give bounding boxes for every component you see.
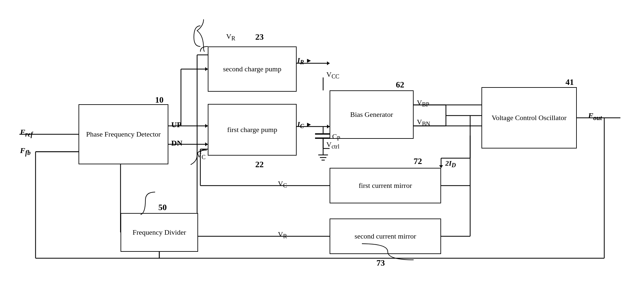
curly-50 <box>139 190 165 216</box>
svg-marker-3 <box>205 124 208 128</box>
dn-label: DN <box>171 139 183 148</box>
svg-marker-10 <box>327 61 330 65</box>
curly-73 <box>355 242 420 265</box>
fref-label: Fref <box>20 128 33 138</box>
vr-mirror-label: VR <box>278 230 287 240</box>
vctrl-label: Vctrl <box>326 140 339 150</box>
vbp-label: VBP <box>417 98 429 108</box>
vcc-label: VCC <box>326 70 339 80</box>
first-charge-pump-label: first charge pump <box>227 126 277 134</box>
second-charge-pump-block: second charge pump <box>208 46 297 92</box>
first-current-mirror-label: first current mirror <box>359 181 412 190</box>
ir-label: IR ► <box>297 56 312 66</box>
vco-number: 41 <box>565 77 574 87</box>
bias-generator-label: Bias Generator <box>350 110 393 119</box>
pfd-number: 10 <box>155 95 164 105</box>
first-cm-number: 72 <box>414 157 422 166</box>
pfd-label: Phase Frequency Detector <box>86 130 161 138</box>
svg-marker-8 <box>205 67 208 71</box>
vco-label: Voltage Control Oscillator <box>492 114 567 122</box>
fout-label: Fout <box>588 111 602 122</box>
ffb-label: Ffb <box>20 146 31 157</box>
second-current-mirror-label: second current mirror <box>354 232 416 240</box>
pfd-block: Phase Frequency Detector <box>79 104 168 164</box>
svg-marker-27 <box>439 165 443 168</box>
first-current-mirror-block: first current mirror <box>330 168 441 203</box>
first-charge-pump-block: first charge pump <box>208 104 297 156</box>
fref-sub: ref <box>25 131 33 138</box>
bias-gen-number: 62 <box>396 80 404 90</box>
two-id-label: 2ID <box>445 159 456 169</box>
second-cp-number: 23 <box>255 32 264 42</box>
vr-top-label: VR <box>226 32 235 42</box>
svg-marker-12 <box>327 125 330 128</box>
first-cp-number: 22 <box>255 160 264 169</box>
second-charge-pump-label: second charge pump <box>223 65 281 73</box>
ic-label: IC ► <box>297 120 312 130</box>
vco-block: Voltage Control Oscillator <box>481 87 577 148</box>
vbn-label: VBN <box>417 118 430 128</box>
curly-22 <box>184 148 210 168</box>
vc-mirror-label: VC <box>278 179 287 189</box>
up-label: UP <box>171 120 182 129</box>
diagram: Phase Frequency Detector 10 second charg… <box>0 0 644 306</box>
fref-f: F <box>20 128 25 136</box>
frequency-divider-label: Frequency Divider <box>132 228 186 237</box>
ffb-f: F <box>20 146 25 155</box>
curly-23 <box>191 19 216 52</box>
frequency-divider-block: Frequency Divider <box>121 213 198 252</box>
ffb-sub: fb <box>25 149 31 156</box>
bias-generator-block: Bias Generator <box>330 90 414 139</box>
svg-marker-5 <box>205 142 208 146</box>
